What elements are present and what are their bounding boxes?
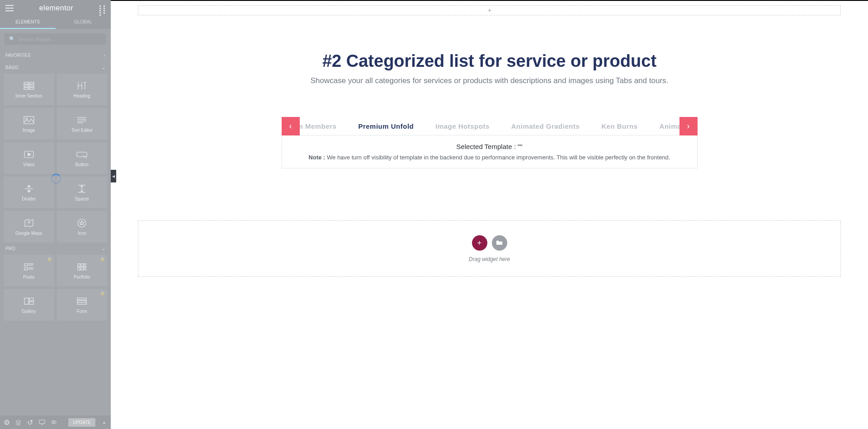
svg-point-7 bbox=[26, 118, 28, 120]
widget-text-editor[interactable]: Text Editor bbox=[57, 108, 108, 140]
widget-inner-section[interactable]: Inner Section bbox=[4, 74, 54, 105]
lock-icon: 🔒 bbox=[100, 256, 105, 261]
section-favorites[interactable]: FAVORITES › bbox=[0, 49, 111, 61]
selected-template-text: Selected Template : "" bbox=[293, 143, 686, 150]
widget-heading[interactable]: Heading bbox=[57, 74, 108, 105]
svg-rect-6 bbox=[24, 117, 34, 124]
search-box[interactable]: 🔍 bbox=[5, 33, 106, 45]
svg-rect-28 bbox=[78, 267, 80, 270]
editor-canvas: ＋ #2 Categorized list for service or pro… bbox=[111, 0, 868, 429]
update-caret[interactable]: ▴ bbox=[101, 420, 107, 424]
widget-spacer[interactable]: Spacer bbox=[57, 177, 108, 208]
tab-ken-burns[interactable]: Ken Burns bbox=[601, 122, 637, 130]
widget-image[interactable]: Image bbox=[4, 108, 54, 140]
chevron-right-icon: › bbox=[687, 121, 690, 131]
tab-premium-unfold[interactable]: Premium Unfold bbox=[358, 122, 414, 130]
carousel-prev-button[interactable]: ‹ bbox=[282, 117, 300, 135]
widget-label: Spacer bbox=[75, 196, 89, 201]
button-icon bbox=[76, 149, 88, 159]
page-title: #2 Categorized list for service or produ… bbox=[138, 51, 841, 71]
widget-label: Portfolio bbox=[74, 275, 90, 280]
collapse-sidebar-handle[interactable]: ◀ bbox=[111, 170, 116, 182]
hamburger-icon[interactable] bbox=[5, 5, 14, 11]
tab-team-members[interactable]: m Members bbox=[297, 122, 337, 130]
columns-icon bbox=[23, 81, 35, 91]
widget-divider[interactable]: Divider bbox=[4, 177, 54, 208]
tab-animated-gradients[interactable]: Animated Gradients bbox=[511, 122, 580, 130]
image-icon bbox=[23, 115, 35, 125]
eye-icon[interactable] bbox=[51, 419, 57, 425]
search-icon: 🔍 bbox=[9, 36, 15, 42]
svg-rect-25 bbox=[78, 264, 80, 266]
widget-label: Button bbox=[75, 162, 89, 167]
svg-rect-37 bbox=[39, 420, 45, 424]
text-lines-icon bbox=[76, 115, 88, 125]
chevron-down-icon: ⌄ bbox=[102, 65, 105, 70]
section-basic[interactable]: BASIC ⌄ bbox=[0, 61, 111, 74]
heading-icon bbox=[76, 81, 88, 91]
svg-rect-2 bbox=[24, 88, 28, 89]
form-icon bbox=[76, 296, 88, 306]
svg-rect-32 bbox=[29, 298, 33, 301]
widget-label: Image bbox=[23, 128, 35, 133]
widget-posts[interactable]: 🔒 Posts bbox=[4, 255, 54, 286]
svg-rect-26 bbox=[81, 264, 83, 266]
tab-image-hotspots[interactable]: Image Hotspots bbox=[435, 122, 490, 130]
section-pro[interactable]: PRO ⌄ bbox=[0, 242, 111, 255]
svg-rect-4 bbox=[29, 85, 34, 87]
star-circle-icon bbox=[76, 218, 88, 228]
add-section-above[interactable]: ＋ bbox=[138, 5, 841, 15]
widget-form[interactable]: 🔒 Form bbox=[57, 289, 108, 321]
widget-label: Divider bbox=[22, 196, 36, 201]
sidebar-footer: ⚙ ↺ UPDATE ▴ bbox=[0, 415, 111, 429]
history-icon[interactable]: ↺ bbox=[27, 419, 33, 425]
svg-rect-5 bbox=[29, 88, 34, 89]
svg-rect-19 bbox=[24, 264, 28, 266]
tabs-row: m Members Premium Unfold Image Hotspots … bbox=[282, 117, 698, 135]
svg-rect-13 bbox=[77, 152, 87, 157]
svg-rect-33 bbox=[29, 302, 33, 304]
gallery-icon bbox=[23, 296, 35, 306]
widget-label: Inner Section bbox=[15, 93, 42, 98]
svg-rect-22 bbox=[24, 268, 28, 270]
widgets-pro-grid: 🔒 Posts 🔒 Portfolio Gallery 🔒 Form bbox=[0, 255, 111, 321]
layers-icon[interactable] bbox=[15, 419, 22, 425]
add-widget-button[interactable]: + bbox=[472, 235, 487, 251]
template-note: Note : We have turn off visibility of te… bbox=[293, 154, 686, 161]
dropzone-label: Drag widget here bbox=[469, 256, 510, 262]
sidebar-header: elementor bbox=[0, 0, 111, 16]
note-label: Note : bbox=[309, 154, 327, 161]
widget-portfolio[interactable]: 🔒 Portfolio bbox=[57, 255, 108, 286]
svg-rect-29 bbox=[81, 267, 83, 270]
template-library-button[interactable] bbox=[492, 235, 507, 251]
map-icon bbox=[23, 218, 35, 228]
gear-icon[interactable]: ⚙ bbox=[4, 419, 10, 425]
svg-rect-3 bbox=[29, 82, 34, 84]
widget-label: Gallery bbox=[22, 309, 36, 314]
page-subtitle: Showcase your all categories for service… bbox=[138, 76, 841, 85]
widget-google-maps[interactable]: Google Maps bbox=[4, 211, 54, 242]
svg-point-39 bbox=[53, 421, 55, 423]
folder-icon bbox=[496, 239, 503, 247]
widget-dropzone[interactable]: + Drag widget here bbox=[138, 220, 841, 277]
apps-grid-icon[interactable] bbox=[99, 5, 105, 11]
svg-rect-1 bbox=[24, 85, 28, 87]
svg-rect-31 bbox=[24, 298, 28, 304]
search-input[interactable] bbox=[18, 37, 102, 42]
logo-text: elementor bbox=[39, 4, 74, 12]
widget-gallery[interactable]: Gallery bbox=[4, 289, 54, 321]
grid-icon bbox=[76, 262, 88, 272]
widget-label: Video bbox=[23, 162, 34, 167]
spacer-icon bbox=[76, 184, 88, 194]
responsive-icon[interactable] bbox=[39, 419, 45, 425]
category-tabs: ‹ m Members Premium Unfold Image Hotspot… bbox=[282, 117, 698, 168]
tab-elements[interactable]: ELEMENTS bbox=[0, 16, 56, 29]
widget-video[interactable]: Video bbox=[4, 142, 54, 174]
carousel-next-button[interactable]: › bbox=[679, 117, 698, 135]
tab-global[interactable]: GLOBAL bbox=[56, 16, 111, 29]
widget-button[interactable]: Button bbox=[57, 142, 108, 174]
divider-icon bbox=[23, 184, 35, 194]
widget-icon[interactable]: Icon bbox=[57, 211, 108, 242]
update-button[interactable]: UPDATE bbox=[68, 418, 95, 427]
svg-rect-27 bbox=[84, 264, 86, 266]
